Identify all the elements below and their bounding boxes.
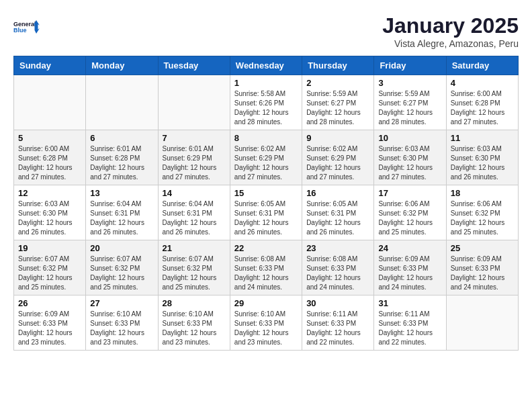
calendar-day-cell: 7Sunrise: 6:01 AM Sunset: 6:29 PM Daylig… [158,130,230,185]
calendar-day-cell: 1Sunrise: 5:58 AM Sunset: 6:26 PM Daylig… [230,75,302,130]
calendar-day-cell: 31Sunrise: 6:11 AM Sunset: 6:33 PM Dayli… [374,295,446,351]
calendar-day-header: Tuesday [158,56,230,75]
day-number: 16 [306,188,369,198]
calendar-day-cell: 17Sunrise: 6:06 AM Sunset: 6:32 PM Dayli… [374,185,446,240]
day-number: 3 [378,78,441,88]
calendar-day-header: Sunday [14,56,86,75]
month-title: January 2025 [382,13,519,38]
calendar-day-cell: 27Sunrise: 6:10 AM Sunset: 6:33 PM Dayli… [86,295,158,351]
day-info: Sunrise: 6:00 AM Sunset: 6:28 PM Dayligh… [18,144,81,182]
day-info: Sunrise: 5:59 AM Sunset: 6:27 PM Dayligh… [378,89,441,127]
day-number: 14 [163,188,226,198]
day-number: 10 [378,133,441,143]
day-number: 11 [451,133,514,143]
calendar-table: SundayMondayTuesdayWednesdayThursdayFrid… [13,56,519,351]
calendar-day-header: Saturday [446,56,518,75]
day-number: 24 [378,243,441,253]
calendar-day-cell: 5Sunrise: 6:00 AM Sunset: 6:28 PM Daylig… [14,130,86,185]
day-number: 7 [163,133,226,143]
day-number: 2 [306,78,369,88]
calendar-header-row: SundayMondayTuesdayWednesdayThursdayFrid… [14,56,519,75]
day-number: 21 [163,243,226,253]
calendar-day-cell: 19Sunrise: 6:07 AM Sunset: 6:32 PM Dayli… [14,240,86,295]
day-info: Sunrise: 6:08 AM Sunset: 6:33 PM Dayligh… [234,255,298,292]
location-subtitle: Vista Alegre, Amazonas, Peru [382,38,519,49]
calendar-day-cell [14,75,86,130]
day-info: Sunrise: 5:59 AM Sunset: 6:27 PM Dayligh… [306,89,369,127]
calendar-week-row: 1Sunrise: 5:58 AM Sunset: 6:26 PM Daylig… [14,75,519,130]
day-number: 25 [451,243,514,253]
day-number: 26 [18,298,81,308]
calendar-day-cell: 9Sunrise: 6:02 AM Sunset: 6:29 PM Daylig… [302,130,374,185]
calendar-day-cell: 29Sunrise: 6:10 AM Sunset: 6:33 PM Dayli… [230,295,302,351]
day-info: Sunrise: 6:00 AM Sunset: 6:28 PM Dayligh… [451,89,514,127]
day-info: Sunrise: 6:09 AM Sunset: 6:33 PM Dayligh… [378,255,441,292]
day-number: 19 [18,243,81,253]
calendar-week-row: 26Sunrise: 6:09 AM Sunset: 6:33 PM Dayli… [14,295,519,351]
day-info: Sunrise: 6:08 AM Sunset: 6:33 PM Dayligh… [306,255,369,292]
day-number: 6 [90,133,153,143]
day-number: 15 [234,188,298,198]
calendar-day-cell: 21Sunrise: 6:07 AM Sunset: 6:32 PM Dayli… [158,240,230,295]
day-info: Sunrise: 6:11 AM Sunset: 6:33 PM Dayligh… [378,310,441,347]
calendar-day-cell: 24Sunrise: 6:09 AM Sunset: 6:33 PM Dayli… [374,240,446,295]
day-info: Sunrise: 6:07 AM Sunset: 6:32 PM Dayligh… [90,255,153,292]
day-info: Sunrise: 6:02 AM Sunset: 6:29 PM Dayligh… [234,144,298,182]
day-number: 8 [234,133,298,143]
calendar-week-row: 5Sunrise: 6:00 AM Sunset: 6:28 PM Daylig… [14,130,519,185]
calendar-day-cell: 4Sunrise: 6:00 AM Sunset: 6:28 PM Daylig… [446,75,518,130]
day-info: Sunrise: 6:04 AM Sunset: 6:31 PM Dayligh… [163,199,226,237]
day-info: Sunrise: 6:07 AM Sunset: 6:32 PM Dayligh… [163,255,226,292]
day-info: Sunrise: 6:02 AM Sunset: 6:29 PM Dayligh… [306,144,369,182]
calendar-day-cell: 22Sunrise: 6:08 AM Sunset: 6:33 PM Dayli… [230,240,302,295]
calendar-day-cell [158,75,230,130]
day-number: 5 [18,133,81,143]
calendar-day-cell: 25Sunrise: 6:09 AM Sunset: 6:33 PM Dayli… [446,240,518,295]
calendar-day-cell [86,75,158,130]
day-info: Sunrise: 6:04 AM Sunset: 6:31 PM Dayligh… [90,199,153,237]
calendar-week-row: 19Sunrise: 6:07 AM Sunset: 6:32 PM Dayli… [14,240,519,295]
day-number: 27 [90,298,153,308]
day-info: Sunrise: 5:58 AM Sunset: 6:26 PM Dayligh… [234,89,298,127]
title-section: January 2025 Vista Alegre, Amazonas, Per… [382,13,519,49]
day-info: Sunrise: 6:01 AM Sunset: 6:29 PM Dayligh… [163,144,226,182]
day-info: Sunrise: 6:10 AM Sunset: 6:33 PM Dayligh… [234,310,298,347]
calendar-day-cell: 13Sunrise: 6:04 AM Sunset: 6:31 PM Dayli… [86,185,158,240]
day-number: 17 [378,188,441,198]
day-number: 30 [306,298,369,308]
logo-icon: General Blue [13,13,40,40]
day-number: 23 [306,243,369,253]
day-info: Sunrise: 6:05 AM Sunset: 6:31 PM Dayligh… [234,199,298,237]
day-number: 4 [451,78,514,88]
day-info: Sunrise: 6:09 AM Sunset: 6:33 PM Dayligh… [451,255,514,292]
calendar-day-cell: 30Sunrise: 6:11 AM Sunset: 6:33 PM Dayli… [302,295,374,351]
day-number: 12 [18,188,81,198]
day-info: Sunrise: 6:01 AM Sunset: 6:28 PM Dayligh… [90,144,153,182]
calendar-day-cell: 12Sunrise: 6:03 AM Sunset: 6:30 PM Dayli… [14,185,86,240]
calendar-day-header: Thursday [302,56,374,75]
calendar-day-header: Monday [86,56,158,75]
calendar-day-cell: 10Sunrise: 6:03 AM Sunset: 6:30 PM Dayli… [374,130,446,185]
calendar-day-cell: 8Sunrise: 6:02 AM Sunset: 6:29 PM Daylig… [230,130,302,185]
calendar-day-cell: 23Sunrise: 6:08 AM Sunset: 6:33 PM Dayli… [302,240,374,295]
day-info: Sunrise: 6:06 AM Sunset: 6:32 PM Dayligh… [451,199,514,237]
day-number: 28 [163,298,226,308]
day-info: Sunrise: 6:05 AM Sunset: 6:31 PM Dayligh… [306,199,369,237]
day-number: 31 [378,298,441,308]
calendar-day-cell: 3Sunrise: 5:59 AM Sunset: 6:27 PM Daylig… [374,75,446,130]
day-number: 29 [234,298,298,308]
calendar-day-header: Friday [374,56,446,75]
day-info: Sunrise: 6:11 AM Sunset: 6:33 PM Dayligh… [306,310,369,347]
day-info: Sunrise: 6:06 AM Sunset: 6:32 PM Dayligh… [378,199,441,237]
calendar-day-cell: 15Sunrise: 6:05 AM Sunset: 6:31 PM Dayli… [230,185,302,240]
calendar-day-cell: 26Sunrise: 6:09 AM Sunset: 6:33 PM Dayli… [14,295,86,351]
calendar-day-cell: 28Sunrise: 6:10 AM Sunset: 6:33 PM Dayli… [158,295,230,351]
svg-text:General: General [13,21,36,28]
day-info: Sunrise: 6:03 AM Sunset: 6:30 PM Dayligh… [378,144,441,182]
calendar-day-cell: 14Sunrise: 6:04 AM Sunset: 6:31 PM Dayli… [158,185,230,240]
logo: General Blue [13,13,40,40]
calendar-day-cell: 18Sunrise: 6:06 AM Sunset: 6:32 PM Dayli… [446,185,518,240]
day-number: 18 [451,188,514,198]
svg-text:Blue: Blue [13,27,27,34]
calendar-week-row: 12Sunrise: 6:03 AM Sunset: 6:30 PM Dayli… [14,185,519,240]
